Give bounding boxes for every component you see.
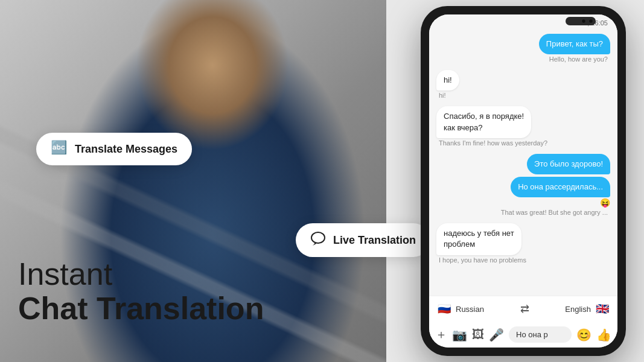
message-row: Но она рассердилась... 😝 That was great!…	[436, 177, 610, 216]
to-lang-name: English	[565, 305, 591, 314]
input-bar: ＋ 📷 🖼 🎤 Но она р 😊 👍	[429, 322, 617, 348]
phone-frame: Mon, 16:05 Привет, как ты? Hello, how ar…	[421, 6, 626, 356]
like-icon[interactable]: 👍	[596, 328, 611, 342]
camera-lens-2	[588, 19, 593, 24]
message-row: Это было здорово!	[436, 154, 610, 174]
message-translation: That was great! But she got angry ...	[499, 209, 610, 216]
message-input[interactable]: Но она р	[509, 326, 572, 343]
headline-line2: Chat Translation	[18, 291, 264, 326]
emoji-reaction: 😝	[600, 198, 610, 208]
chat-bubble-icon	[310, 230, 326, 250]
live-label: Live Translation	[333, 234, 416, 247]
phone-camera	[566, 17, 596, 25]
mic-icon[interactable]: 🎤	[489, 328, 504, 342]
message-row: Спасибо, я в порядке! как вчера? Thanks …	[436, 106, 610, 146]
headline-section: Instant Chat Translation	[18, 257, 264, 326]
svg-point-1	[311, 232, 325, 243]
english-flag: 🇬🇧	[595, 301, 610, 317]
swap-languages-icon[interactable]: ⇄	[520, 302, 529, 316]
image-icon[interactable]: 🖼	[472, 328, 484, 341]
russian-flag: 🇷🇺	[436, 301, 452, 317]
sent-bubble: Но она рассердилась...	[511, 177, 610, 197]
sent-bubble: Это было здорово!	[527, 154, 610, 174]
chat-area: Привет, как ты? Hello, how are you? hi! …	[429, 29, 617, 296]
headline-line1: Instant	[18, 257, 264, 291]
message-row: надеюсь у тебя нет проблем I hope, you h…	[436, 223, 610, 263]
message-translation: Hello, how are you?	[547, 56, 610, 63]
message-translation: hi!	[436, 92, 448, 99]
received-bubble: hi!	[436, 70, 459, 91]
message-row: hi! hi!	[436, 70, 610, 99]
plus-icon[interactable]: ＋	[435, 326, 447, 343]
message-translation: I hope, you have no problems	[436, 256, 529, 264]
phone-screen: Mon, 16:05 Привет, как ты? Hello, how ar…	[429, 14, 617, 348]
translate-label: Translate Messages	[75, 143, 177, 156]
translation-bar: 🇷🇺 Russian ⇄ English 🇬🇧	[429, 296, 617, 322]
camera-lens	[581, 19, 586, 24]
from-lang-name: Russian	[456, 305, 484, 314]
received-bubble: Спасибо, я в порядке! как вчера?	[436, 106, 531, 138]
svg-text:🔤: 🔤	[51, 140, 68, 154]
camera-icon[interactable]: 📷	[452, 328, 467, 342]
live-translation-badge: Live Translation	[296, 223, 430, 257]
message-row: Привет, как ты? Hello, how are you?	[436, 34, 610, 63]
sent-bubble: Привет, как ты?	[539, 34, 610, 54]
from-language: 🇷🇺 Russian	[436, 301, 484, 317]
translate-icon: 🔤	[51, 140, 68, 158]
received-bubble: надеюсь у тебя нет проблем	[436, 223, 521, 255]
phone-mockup: Mon, 16:05 Привет, как ты? Hello, how ar…	[421, 6, 626, 356]
to-language: English 🇬🇧	[565, 301, 610, 317]
translate-messages-badge: 🔤 Translate Messages	[36, 133, 192, 165]
emoji-icon[interactable]: 😊	[576, 328, 591, 342]
message-translation: Thanks I'm fine! how was yesterday?	[436, 139, 550, 147]
